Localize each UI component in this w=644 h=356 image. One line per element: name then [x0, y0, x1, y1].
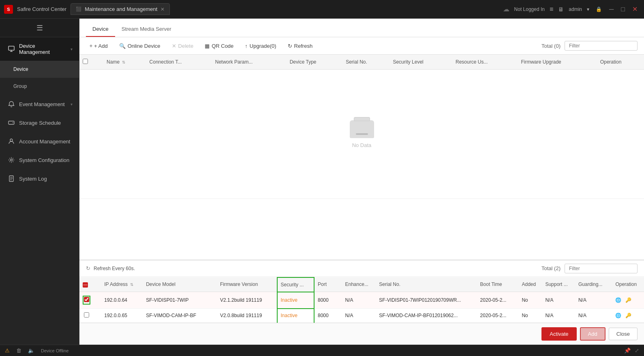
key-icon[interactable]: 🔑	[625, 297, 631, 303]
qr-code-button[interactable]: ▦ QR Code	[202, 41, 236, 51]
sidebar-item-device-management[interactable]: Device Management ▾	[0, 37, 79, 61]
sidebar-item-label: Device Management	[19, 43, 66, 55]
upgrade-button[interactable]: ↑ Upgrade(0)	[242, 41, 278, 51]
title-bar-right: ☁ Not Logged In ≡ 🖥 admin ▾ 🔒 ─ □ ✕	[503, 4, 640, 14]
minimize-button[interactable]: ─	[607, 5, 616, 14]
close-button[interactable]: Close	[609, 328, 638, 340]
sidebar-item-group[interactable]: Group	[0, 78, 79, 95]
online-device-table: — IP Address ⇅ Device Model Firmware Ver…	[79, 277, 644, 323]
online-device-button[interactable]: 🔍 Online Device	[117, 41, 163, 51]
sidebar-item-device[interactable]: Device	[0, 61, 79, 78]
col-serial: Serial No.	[342, 55, 389, 70]
main-tab[interactable]: ⬛ Maintenance and Management ✕	[71, 3, 170, 15]
maximize-button[interactable]: □	[618, 5, 627, 14]
col-resource: Resource Us...	[452, 55, 518, 70]
close-button[interactable]: ✕	[630, 4, 640, 14]
bottom-section: ↻ Refresh Every 60s. Total (2) —	[79, 260, 644, 345]
web-icon[interactable]: 🌐	[615, 297, 621, 303]
empty-icon	[350, 120, 374, 138]
key-icon[interactable]: 🔑	[625, 313, 631, 318]
svg-point-6	[11, 159, 13, 161]
menu-icon: ≡	[550, 6, 553, 13]
add-device-button[interactable]: Add	[580, 327, 605, 341]
lock-icon: 🔒	[596, 6, 602, 12]
row-operation: 🌐 🔑	[612, 292, 644, 309]
sidebar-item-label: System Log	[19, 176, 47, 182]
tab-stream-media-server[interactable]: Stream Media Server	[115, 22, 178, 37]
doc-icon	[8, 175, 15, 182]
window-controls: ─ □ ✕	[607, 4, 640, 14]
gear-icon	[8, 156, 15, 164]
deselect-all-checkbox[interactable]: —	[83, 282, 88, 288]
activate-button[interactable]: Activate	[541, 327, 576, 341]
col-connection: Connection T...	[146, 55, 212, 70]
sidebar: ☰ Device Management ▾ Device Group Event…	[0, 19, 79, 345]
row-ip: 192.0.0.64	[101, 292, 143, 309]
row-support: N/A	[542, 292, 575, 309]
sidebar-top: ☰	[0, 19, 79, 37]
sidebar-item-event-management[interactable]: Event Management ▾	[0, 95, 79, 113]
col-checkbox	[79, 55, 92, 70]
col-guarding: Guarding...	[575, 277, 612, 292]
svg-rect-0	[9, 46, 14, 50]
col-added: Added	[518, 277, 542, 292]
filter-input[interactable]	[565, 41, 638, 51]
col-boot: Boot Time	[477, 277, 519, 292]
empty-state: No Data	[83, 73, 641, 195]
row-security: Inactive	[277, 292, 314, 309]
sidebar-item-system-log[interactable]: System Log	[0, 169, 79, 188]
bottom-filter-input[interactable]	[565, 264, 638, 273]
user-icon	[8, 138, 15, 145]
col-checkbox: —	[79, 277, 94, 292]
sidebar-item-system-configuration[interactable]: System Configuration	[0, 151, 79, 169]
delete-button[interactable]: ✕ Delete	[169, 41, 196, 51]
sidebar-item-label: Group	[13, 83, 27, 89]
app-logo: S	[4, 5, 13, 14]
col-firmware: Firmware Upgrade	[518, 55, 597, 70]
title-bar: S Safire Control Center ⬛ Maintenance an…	[0, 0, 644, 19]
device-table: Name ⇅ Connection T... Network Param... …	[79, 55, 644, 199]
row-fw: V2.0.8build 191119	[217, 309, 277, 323]
total-count: Total (0)	[541, 43, 561, 49]
row-added: No	[518, 292, 542, 309]
row-boot: 2020-05-2...	[477, 309, 519, 323]
row-boot: 2020-05-2...	[477, 292, 519, 309]
col-support: Support ...	[542, 277, 575, 292]
status-bar: ⚠ 🗑 🔈 Device Offline 📌 ⤢	[0, 345, 644, 356]
tab-device[interactable]: Device	[86, 22, 115, 37]
not-logged-in-label: Not Logged In	[514, 6, 545, 12]
web-icon[interactable]: 🌐	[615, 313, 621, 318]
col-enhanced: Enhance...	[342, 277, 376, 292]
admin-label: admin	[569, 6, 582, 12]
row-model: SF-VIDISP01-7WIP	[143, 292, 217, 309]
row-checkbox[interactable]	[84, 297, 89, 302]
add-button[interactable]: ＋ + Add	[86, 41, 110, 51]
row-operation: 🌐 🔑	[612, 309, 644, 323]
col-network: Network Param...	[212, 55, 287, 70]
refresh-cycle-icon: ↻	[86, 265, 90, 271]
col-fw: Firmware Version	[217, 277, 277, 292]
sidebar-item-storage-schedule[interactable]: Storage Schedule	[0, 113, 79, 132]
content-area: Device Stream Media Server ＋ + Add 🔍 Onl…	[79, 19, 644, 345]
row-checkbox-cell	[79, 292, 94, 309]
hamburger-icon[interactable]: ☰	[36, 23, 43, 32]
sidebar-item-label: Device	[13, 66, 28, 72]
col-device-type: Device Type	[287, 55, 342, 70]
row-serial: SF-VIMOD-CAM-IP-BF012019062...	[376, 309, 477, 323]
row-added: No	[518, 309, 542, 323]
device-table-container: Name ⇅ Connection T... Network Param... …	[79, 55, 644, 260]
monitor-icon: 🖥	[558, 6, 564, 13]
sidebar-item-label: Account Management	[19, 139, 70, 145]
warning-icon: ⚠	[5, 347, 10, 354]
sidebar-item-account-management[interactable]: Account Management	[0, 132, 79, 151]
refresh-button[interactable]: ↻ Refresh	[285, 41, 315, 51]
tab-close-icon[interactable]: ✕	[160, 6, 165, 12]
speaker-icon: 🔈	[28, 347, 34, 354]
row-guarding: N/A	[575, 292, 612, 309]
col-ip: IP Address ⇅	[101, 277, 143, 292]
row-checkbox[interactable]	[84, 312, 89, 318]
select-all-checkbox[interactable]	[83, 59, 88, 64]
table-row: 192.0.0.65 SF-VIMOD-CAM-IP-BF V2.0.8buil…	[79, 309, 644, 323]
col-serial2: Serial No.	[376, 277, 477, 292]
col-security: Security Level	[389, 55, 452, 70]
